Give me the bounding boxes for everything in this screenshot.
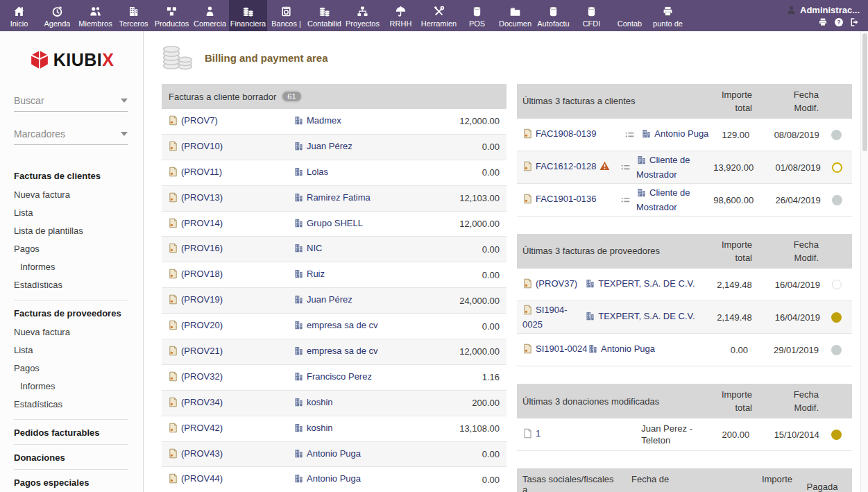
company-icon <box>293 141 304 153</box>
cylinder-icon <box>471 6 483 17</box>
page-header: Billing and payment area <box>162 42 861 73</box>
sidebar-item-nueva-factura-proveedor[interactable]: Nueva factura <box>14 323 143 341</box>
tab-documentos[interactable]: Documen <box>496 0 534 31</box>
main-content: Billing and payment area Facturas a clie… <box>144 31 868 492</box>
menu-heading-pagos-especiales[interactable]: Pagos especiales <box>14 477 143 488</box>
sidebar-item-estadisticas-proveedor[interactable]: Estadísticas <box>14 395 143 413</box>
tab-contab[interactable]: Contab <box>611 0 649 31</box>
tab-cfdi[interactable]: CFDI <box>572 0 611 31</box>
list-icon <box>620 195 631 205</box>
tab-herramientas[interactable]: Herramien <box>420 0 458 31</box>
tab-comercial[interactable]: Comercia <box>191 0 229 31</box>
table-row[interactable]: SI1901-0024 Antonio Puga 0.00 29/01/2019 <box>517 334 852 366</box>
table-row[interactable]: FAC1901-0136 Cliente de Mostrador 98,600… <box>517 184 852 217</box>
status-badge <box>832 162 842 173</box>
sidebar-item-lista-cliente[interactable]: Lista <box>14 203 143 221</box>
navbar-user-area: Administrac... <box>687 0 868 31</box>
sidebar-item-informes-proveedor[interactable]: Informes <box>14 377 143 395</box>
search-select[interactable]: Buscar <box>14 95 128 112</box>
status-badge <box>832 195 842 205</box>
menu-heading-pedidos-facturables[interactable]: Pedidos facturables <box>14 427 143 438</box>
building-icon <box>128 6 139 17</box>
clock-icon <box>51 6 63 17</box>
sidebar-item-pagos-cliente[interactable]: Pagos <box>14 239 143 257</box>
sidebar-item-estadisticas-cliente[interactable]: Estadísticas <box>14 275 143 294</box>
table-row[interactable]: (PROV20)empresa sa de cv0.00 <box>162 314 507 339</box>
app-window: Inicio Agenda Miembros Terceros Producto… <box>0 0 868 492</box>
table-row[interactable]: (PROV7)Madmex12,000.00 <box>162 109 507 135</box>
table-row[interactable]: FAC1612-0128 Cliente de Mostrador 13,920… <box>517 151 852 184</box>
sidebar-item-nueva-factura-cliente[interactable]: Nueva factura <box>14 185 143 203</box>
invoice-doc-icon <box>168 269 178 281</box>
table-row[interactable]: (PROV13)Ramirez Fatima12,103.00 <box>162 186 507 212</box>
table-row[interactable]: (PROV10)Juan Pérez0.00 <box>162 135 507 160</box>
coins-icon <box>242 6 254 17</box>
tab-financiera[interactable]: Financiera <box>229 0 267 31</box>
table-row[interactable]: (PROV43)Antonio Puga0.00 <box>162 442 507 468</box>
col-importe-total: Importe total <box>697 88 752 115</box>
table-row[interactable]: (PROV37) TEXPERT, S.A. DE C.V. 2,149.48 … <box>517 269 852 301</box>
sidebar-item-lista-plantillas[interactable]: Lista de plantillas <box>14 221 143 239</box>
vertical-scrollbar[interactable] <box>860 31 868 492</box>
table-row[interactable]: (PROV32)Francisco Perez1.16 <box>162 365 507 391</box>
table-row[interactable]: 1 Juan Perez - Teleton 200.00 15/10/2014 <box>517 418 852 451</box>
company-icon <box>585 278 595 292</box>
tab-inicio[interactable]: Inicio <box>0 0 38 31</box>
tab-miembros[interactable]: Miembros <box>76 0 114 31</box>
menu-heading-facturas-proveedores[interactable]: Facturas de proveedores <box>14 308 143 319</box>
table-row[interactable]: (PROV14)Grupo SHELL12,000.00 <box>162 212 507 237</box>
col-pagada: Pagada <box>792 468 852 492</box>
help-icon[interactable] <box>834 17 844 27</box>
sidebar-item-informes-cliente[interactable]: Informes <box>14 257 143 275</box>
table-row[interactable]: (PROV44)Antonio Puga0.00 <box>162 467 507 492</box>
table-row[interactable]: (PROV19)Juan Pérez24,000.00 <box>162 288 507 314</box>
umbrella-icon <box>395 6 407 17</box>
cylinder-icon <box>586 6 597 17</box>
table-row[interactable]: (PROV18)Ruiz0.00 <box>162 262 507 288</box>
table-row[interactable]: (PROV21)empresa sa de cv12,000.00 <box>162 339 507 365</box>
invoice-doc-icon <box>168 423 178 435</box>
bookmarks-select[interactable]: Marcadores <box>14 128 128 145</box>
tab-autofactura[interactable]: Autofactu <box>534 0 572 31</box>
table-row[interactable]: SI1904-0025 TEXPERT, S.A. DE C.V. 2,149.… <box>517 301 852 334</box>
tab-proyectos[interactable]: Proyectos <box>343 0 382 31</box>
table-row[interactable]: (PROV42)koshin13,108.00 <box>162 416 507 442</box>
tab-rrhh[interactable]: RRHH <box>382 0 420 31</box>
invoice-doc-icon <box>168 371 178 384</box>
till-icon <box>280 6 292 17</box>
navbar-tabs: Inicio Agenda Miembros Terceros Producto… <box>0 0 687 31</box>
sidebar-item-lista-proveedor[interactable]: Lista <box>14 341 143 359</box>
tab-bancos[interactable]: Bancos | <box>267 0 305 31</box>
col-fecha-modif: Fecha Modif. <box>752 88 820 115</box>
tab-punto-de-venta[interactable]: punto de <box>649 0 687 31</box>
tab-productos[interactable]: Productos <box>153 0 191 31</box>
menu-heading-facturas-clientes[interactable]: Facturas de clientes <box>14 171 143 181</box>
table-row[interactable]: (PROV11)Lolas0.00 <box>162 160 507 186</box>
users-icon <box>90 6 101 17</box>
tab-terceros[interactable]: Terceros <box>114 0 153 31</box>
user-menu[interactable]: Administrac... <box>786 5 860 15</box>
table-row[interactable]: (PROV34)koshin200.00 <box>162 391 507 416</box>
tab-contabilidad[interactable]: Contabilid <box>305 0 343 31</box>
page-icon <box>522 428 533 442</box>
print-icon[interactable] <box>818 17 828 27</box>
company-icon <box>636 155 647 169</box>
menu-heading-donaciones[interactable]: Donaciones <box>14 452 143 463</box>
invoice-doc-icon <box>522 194 533 207</box>
draft-invoices-table: Facturas a cliente borrador 61 (PROV7)Ma… <box>162 84 507 492</box>
tab-agenda[interactable]: Agenda <box>38 0 76 31</box>
col-importe-total: Importe total <box>697 388 752 415</box>
table-row[interactable]: FAC1908-0139 Antonio Puga 129.00 08/08/2… <box>517 119 852 151</box>
printer-icon <box>662 6 674 17</box>
company-icon <box>588 343 598 357</box>
table-row[interactable]: (PROV16)NIC0.00 <box>162 237 507 262</box>
scrollbar-thumb[interactable] <box>862 33 867 151</box>
tab-pos[interactable]: POS <box>458 0 496 31</box>
col-importe-total: Importe total <box>697 238 752 265</box>
logout-icon[interactable] <box>850 17 860 27</box>
sidebar-item-pagos-proveedor[interactable]: Pagos <box>14 359 143 377</box>
latest-customer-invoices-table: Últimas 3 facturas a clientes Importe to… <box>517 84 852 217</box>
latest-donations-table: Últimas 3 donaciones modificadas Importe… <box>517 384 852 451</box>
kiubix-logo[interactable]: KIUBIX <box>0 49 143 70</box>
company-icon <box>293 448 304 461</box>
